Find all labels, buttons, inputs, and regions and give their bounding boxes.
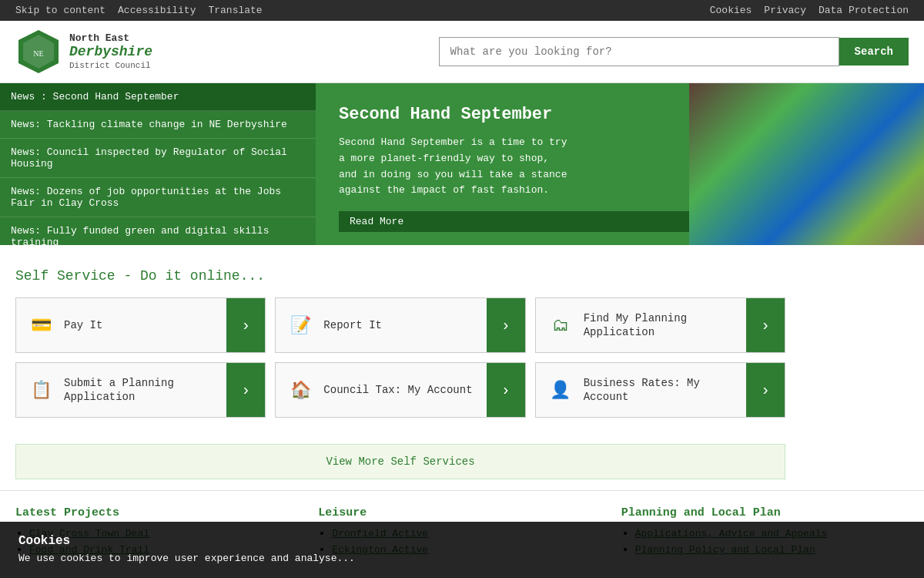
search-input[interactable] [439,37,839,66]
cookies-text: We use cookies to improve user experienc… [18,551,355,566]
logo-east-text: Derbyshire [69,44,152,61]
service-card-pay-it[interactable]: 💳Pay It› [15,297,266,353]
service-arrow-pay-it[interactable]: › [226,298,265,352]
data-protection-link[interactable]: Data Protection [819,5,909,16]
service-card-council-tax[interactable]: 🏠Council Tax: My Account› [275,362,525,418]
logo-north-text: North East [69,32,152,45]
service-icon-report-it: 📝 [286,311,314,339]
service-label-find-planning: Find My Planning Application [584,311,735,339]
self-service-title: Self Service - Do it online... [15,268,909,284]
search-button[interactable]: Search [839,38,909,66]
service-icon-business-rates: 👤 [547,376,574,404]
cookies-banner: Cookies We use cookies to improve user e… [0,522,924,568]
news-content-body: Second Hand September is a time to try a… [339,135,570,199]
service-arrow-submit-planning[interactable]: › [226,363,265,417]
cookies-title: Cookies [18,534,355,548]
service-card-submit-planning[interactable]: 📋Submit a Planning Application› [15,362,266,418]
svg-text:NE: NE [33,49,43,58]
cookies-link[interactable]: Cookies [710,5,752,16]
news-carousel: News : Second Hand SeptemberNews: Tackli… [0,83,924,245]
privacy-link[interactable]: Privacy [764,5,806,16]
view-more-link[interactable]: View More Self Services [326,455,474,468]
view-more-section: View More Self Services [15,444,785,479]
service-grid: 💳Pay It›📝Report It›🗂Find My Planning App… [15,297,785,418]
service-card-report-it[interactable]: 📝Report It› [275,297,525,353]
search-area: Search [439,37,909,66]
service-label-council-tax: Council Tax: My Account [323,383,472,397]
service-card-content: 💳Pay It [16,304,226,347]
news-list: News : Second Hand SeptemberNews: Tackli… [0,83,316,245]
logo-area: NE North East Derbyshire District Counci… [15,29,152,75]
accessibility-link[interactable]: Accessibility [118,5,196,16]
logo-icon: NE [15,29,62,75]
news-list-item[interactable]: News: Fully funded green and digital ski… [0,217,316,257]
footer-col3-title: Planning and Local Plan [621,506,909,519]
service-icon-find-planning: 🗂 [547,311,574,339]
service-card-content: 📝Report It [276,304,486,347]
service-icon-pay-it: 💳 [27,311,55,339]
news-image [689,83,924,245]
translate-link[interactable]: Translate [208,5,262,16]
service-arrow-find-planning[interactable]: › [746,298,785,352]
service-arrow-council-tax[interactable]: › [487,363,525,417]
cookies-content: Cookies We use cookies to improve user e… [18,534,355,566]
service-arrow-report-it[interactable]: › [487,298,525,352]
news-content: Second Hand September Second Hand Septem… [316,83,924,245]
service-card-content: 👤Business Rates: My Account [536,368,746,412]
service-card-content: 🗂Find My Planning Application [536,304,746,347]
footer-col2-title: Leisure [318,506,605,519]
logo-text: North East Derbyshire District Council [69,32,152,71]
service-card-content: 📋Submit a Planning Application [16,368,226,412]
service-card-content: 🏠Council Tax: My Account [276,368,486,412]
news-list-item[interactable]: News: Council inspected by Regulator of … [0,139,316,178]
service-icon-council-tax: 🏠 [286,376,314,404]
top-bar: Skip to content Accessibility Translate … [0,0,924,21]
top-bar-right: Cookies Privacy Data Protection [710,5,909,16]
header: NE North East Derbyshire District Counci… [0,21,924,83]
service-card-find-planning[interactable]: 🗂Find My Planning Application› [535,297,785,353]
service-arrow-business-rates[interactable]: › [746,363,785,417]
service-label-business-rates: Business Rates: My Account [584,376,735,404]
news-list-item[interactable]: News: Dozens of job opportunities at the… [0,178,316,217]
news-list-item[interactable]: News : Second Hand September [0,83,316,111]
service-card-business-rates[interactable]: 👤Business Rates: My Account› [535,362,785,418]
news-list-item[interactable]: News: Tackling climate change in NE Derb… [0,111,316,139]
footer-col1-title: Latest Projects [15,506,303,519]
skip-to-content-link[interactable]: Skip to content [15,5,105,16]
service-icon-submit-planning: 📋 [27,376,55,404]
service-label-submit-planning: Submit a Planning Application [64,376,216,404]
service-label-pay-it: Pay It [64,318,102,332]
logo-district-text: District Council [69,61,152,71]
service-label-report-it: Report It [323,318,382,332]
self-service-section: Self Service - Do it online... 💳Pay It›📝… [0,245,924,433]
